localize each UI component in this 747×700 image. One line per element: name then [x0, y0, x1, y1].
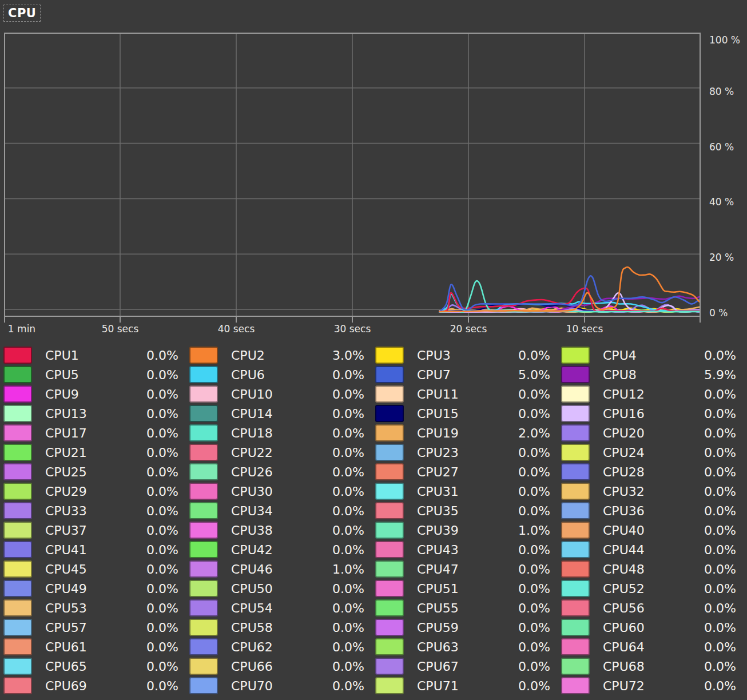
cpu-usage-value: 0.0% [321, 523, 364, 538]
cpu-label: CPU1 [45, 348, 121, 363]
cpu-usage-value: 0.0% [507, 640, 550, 654]
cpu-color-swatch [189, 638, 218, 655]
cpu-label: CPU55 [417, 601, 492, 615]
x-axis-label: 1 min [8, 323, 35, 335]
cpu-label: CPU19 [417, 426, 492, 440]
legend-item: CPU470.0% [375, 559, 561, 579]
legend-item: CPU75.0% [375, 365, 561, 384]
cpu-usage-value: 0.0% [693, 465, 736, 479]
x-axis-label: 40 secs [218, 323, 255, 335]
x-axis-label: 20 secs [450, 323, 487, 335]
cpu-usage-value: 0.0% [507, 543, 550, 557]
legend-item: CPU370.0% [3, 520, 189, 540]
cpu-usage-value: 0.0% [507, 407, 550, 421]
cpu-color-swatch [375, 638, 404, 655]
legend-item: CPU570.0% [3, 618, 189, 637]
legend-item: CPU350.0% [375, 501, 561, 520]
cpu-color-swatch [189, 541, 218, 558]
cpu-label: CPU2 [231, 348, 307, 363]
cpu-usage-value: 0.0% [507, 348, 550, 363]
cpu-label: CPU32 [603, 484, 678, 499]
cpu-color-swatch [3, 385, 32, 403]
legend-item: CPU150.0% [375, 404, 561, 423]
cpu-color-swatch [375, 560, 404, 578]
cpu-color-swatch [375, 424, 404, 442]
legend-item: CPU540.0% [189, 598, 375, 618]
cpu-label: CPU11 [417, 387, 492, 401]
cpu-label: CPU4 [603, 348, 678, 363]
legend-item: CPU40.0% [561, 345, 747, 365]
legend-item: CPU580.0% [189, 618, 375, 637]
cpu-color-swatch [561, 405, 590, 422]
cpu-label: CPU14 [231, 407, 307, 421]
cpu-color-swatch [561, 580, 590, 597]
cpu-label: CPU31 [417, 484, 492, 499]
legend-item: CPU320.0% [561, 482, 747, 501]
cpu-color-swatch [561, 347, 590, 364]
cpu-usage-value: 0.0% [507, 465, 550, 479]
legend-item: CPU180.0% [189, 423, 375, 443]
cpu-color-swatch [3, 599, 32, 617]
cpu-usage-value: 0.0% [507, 387, 550, 401]
cpu-color-swatch [561, 522, 590, 539]
cpu-color-swatch [375, 580, 404, 597]
y-axis-label: 40 % [709, 196, 734, 208]
cpu-label: CPU56 [603, 601, 678, 615]
cpu-color-swatch [3, 444, 32, 461]
cpu-usage-value: 0.0% [321, 659, 364, 674]
legend-item: CPU10.0% [3, 345, 189, 365]
cpu-usage-value: 0.0% [135, 621, 178, 635]
cpu-label: CPU40 [603, 523, 678, 538]
cpu-color-swatch [561, 385, 590, 403]
legend-item: CPU250.0% [3, 462, 189, 482]
cpu-label: CPU9 [45, 387, 121, 401]
cpu-color-swatch [561, 366, 590, 383]
cpu-color-swatch [375, 483, 404, 500]
legend-item: CPU110.0% [375, 384, 561, 404]
cpu-usage-value: 0.0% [321, 504, 364, 518]
cpu-usage-value: 0.0% [135, 659, 178, 674]
cpu-usage-value: 0.0% [693, 601, 736, 615]
cpu-usage-value: 0.0% [507, 504, 550, 518]
cpu-label: CPU71 [417, 679, 492, 693]
cpu-label: CPU63 [417, 640, 492, 654]
legend-item: CPU192.0% [375, 423, 561, 443]
cpu-label: CPU41 [45, 543, 121, 557]
cpu-label: CPU17 [45, 426, 121, 440]
cpu-usage-value: 0.0% [693, 426, 736, 440]
cpu-label: CPU60 [603, 621, 678, 635]
cpu-label: CPU62 [231, 640, 307, 654]
cpu-usage-value: 0.0% [507, 446, 550, 460]
cpu-usage-value: 0.0% [507, 601, 550, 615]
cpu-label: CPU54 [231, 601, 307, 615]
legend-item: CPU630.0% [375, 637, 561, 657]
cpu-label: CPU42 [231, 543, 307, 557]
cpu-label: CPU44 [603, 543, 678, 557]
cpu-usage-value: 0.0% [693, 679, 736, 693]
cpu-label: CPU37 [45, 523, 121, 538]
cpu-color-swatch [375, 463, 404, 480]
cpu-label: CPU15 [417, 407, 492, 421]
cpu-usage-value: 0.0% [693, 621, 736, 635]
cpu-label: CPU13 [45, 407, 121, 421]
cpu-label: CPU45 [45, 562, 121, 576]
page-title[interactable]: CPU [3, 5, 41, 22]
cpu-label: CPU39 [417, 523, 492, 538]
cpu-color-swatch [561, 599, 590, 617]
legend-item: CPU85.9% [561, 365, 747, 384]
x-axis-label: 10 secs [566, 323, 603, 335]
cpu-label: CPU66 [231, 659, 307, 674]
cpu-usage-value: 0.0% [135, 348, 178, 363]
cpu-color-swatch [375, 366, 404, 383]
cpu-usage-value: 0.0% [135, 484, 178, 499]
cpu-label: CPU59 [417, 621, 492, 635]
legend-item: CPU480.0% [561, 559, 747, 579]
legend-item: CPU50.0% [3, 365, 189, 384]
cpu-usage-value: 0.0% [321, 582, 364, 596]
cpu-legend: CPU10.0%CPU23.0%CPU30.0%CPU40.0%CPU50.0%… [3, 345, 747, 695]
cpu-label: CPU52 [603, 582, 678, 596]
cpu-usage-value: 0.0% [321, 426, 364, 440]
cpu-label: CPU47 [417, 562, 492, 576]
cpu-usage-value: 0.0% [693, 562, 736, 576]
cpu-usage-value: 0.0% [321, 621, 364, 635]
